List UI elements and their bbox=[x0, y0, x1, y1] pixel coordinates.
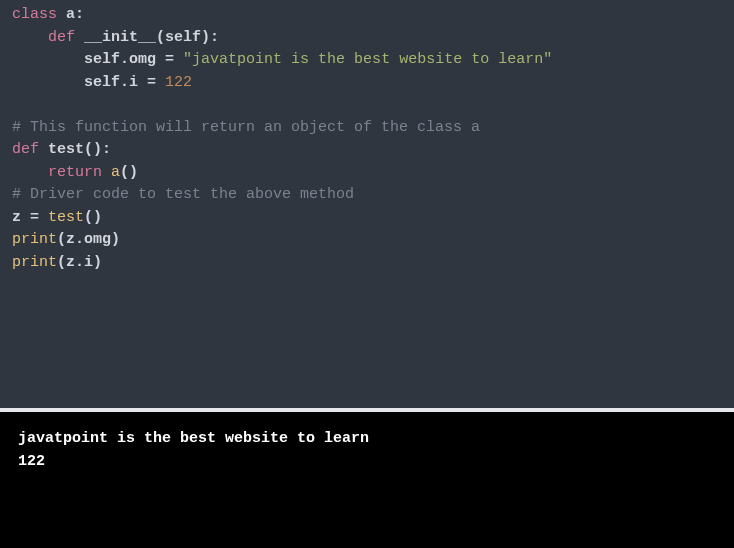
equals: = bbox=[165, 51, 174, 68]
dot: . bbox=[75, 231, 84, 248]
equals: = bbox=[147, 74, 156, 91]
comment: # This function will return an object of… bbox=[12, 119, 480, 136]
output-line: javatpoint is the best website to learn bbox=[18, 430, 369, 447]
parens: () bbox=[84, 141, 102, 158]
call-name: a bbox=[111, 164, 120, 181]
keyword-def: def bbox=[48, 29, 75, 46]
parens: () bbox=[120, 164, 138, 181]
paren-close: ) bbox=[93, 254, 102, 271]
number-literal: 122 bbox=[165, 74, 192, 91]
code-line: self.i = 122 bbox=[12, 74, 192, 91]
function-name: __init__ bbox=[84, 29, 156, 46]
code-line: def __init__(self): bbox=[12, 29, 219, 46]
colon: : bbox=[102, 141, 111, 158]
output-line: 122 bbox=[18, 453, 45, 470]
attr-name: omg bbox=[129, 51, 165, 68]
function-name: test bbox=[48, 141, 84, 158]
attr-name: omg bbox=[84, 231, 111, 248]
var-name: z bbox=[12, 209, 30, 226]
class-name: a bbox=[66, 6, 75, 23]
call-print: print bbox=[12, 254, 57, 271]
code-line: z = test() bbox=[12, 209, 102, 226]
keyword-return: return bbox=[48, 164, 102, 181]
blank-line bbox=[12, 96, 30, 113]
attr-name: i bbox=[129, 74, 147, 91]
code-line: print(z.omg) bbox=[12, 231, 120, 248]
self-ref: self bbox=[84, 51, 120, 68]
code-line: def test(): bbox=[12, 141, 111, 158]
param-self: self bbox=[165, 29, 201, 46]
var-name: z bbox=[66, 254, 75, 271]
parens: () bbox=[84, 209, 102, 226]
equals: = bbox=[30, 209, 39, 226]
colon: : bbox=[75, 6, 84, 23]
string-literal: "javatpoint is the best website to learn… bbox=[183, 51, 552, 68]
dot: . bbox=[75, 254, 84, 271]
code-line: self.omg = "javatpoint is the best websi… bbox=[12, 51, 552, 68]
code-editor[interactable]: class a: def __init__(self): self.omg = … bbox=[0, 0, 734, 408]
dot: . bbox=[120, 74, 129, 91]
code-line: # This function will return an object of… bbox=[12, 119, 480, 136]
comment: # Driver code to test the above method bbox=[12, 186, 354, 203]
paren-close: ) bbox=[111, 231, 120, 248]
paren-open: ( bbox=[57, 254, 66, 271]
code-line: return a() bbox=[12, 164, 138, 181]
paren-close: ) bbox=[201, 29, 210, 46]
paren-open: ( bbox=[57, 231, 66, 248]
keyword-class: class bbox=[12, 6, 57, 23]
dot: . bbox=[120, 51, 129, 68]
attr-name: i bbox=[84, 254, 93, 271]
output-pane: javatpoint is the best website to learn … bbox=[0, 412, 734, 548]
code-line: print(z.i) bbox=[12, 254, 102, 271]
code-line: # Driver code to test the above method bbox=[12, 186, 354, 203]
keyword-def: def bbox=[12, 141, 39, 158]
code-line: class a: bbox=[12, 6, 84, 23]
paren-open: ( bbox=[156, 29, 165, 46]
colon: : bbox=[210, 29, 219, 46]
var-name: z bbox=[66, 231, 75, 248]
call-print: print bbox=[12, 231, 57, 248]
self-ref: self bbox=[84, 74, 120, 91]
call-name: test bbox=[48, 209, 84, 226]
